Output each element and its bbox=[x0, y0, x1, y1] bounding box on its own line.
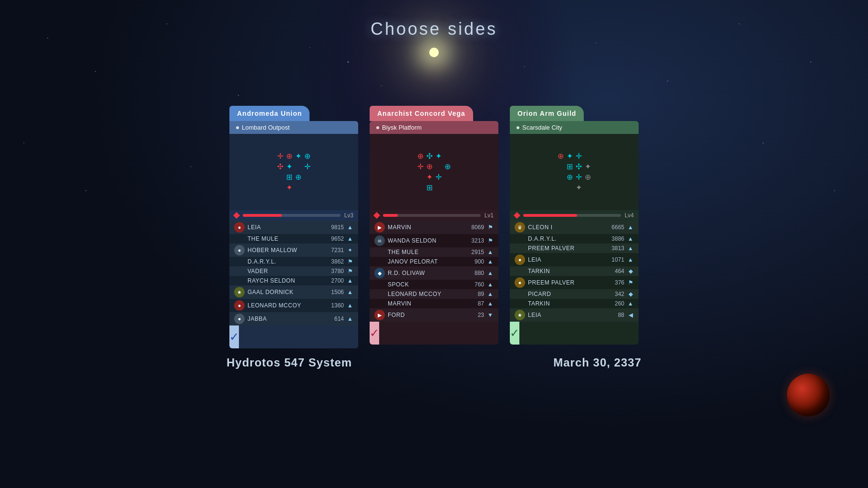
player-row: PICARD342◆ bbox=[510, 289, 639, 299]
level-track bbox=[383, 214, 481, 217]
ship-icon: · bbox=[558, 173, 564, 181]
player-row: ▶FORD23▼ bbox=[370, 308, 498, 322]
level-diamond bbox=[233, 212, 240, 219]
faction-tab-andromeda[interactable]: Andromeda Union bbox=[229, 106, 310, 121]
player-avatar: ☠ bbox=[374, 235, 385, 246]
player-score: 3813 bbox=[607, 245, 624, 252]
player-rank-icon: ◆ bbox=[627, 268, 634, 274]
ship-icon: · bbox=[417, 173, 424, 181]
ship-icon: · bbox=[417, 184, 424, 192]
player-score: 464 bbox=[607, 268, 624, 274]
player-name: LEIA bbox=[248, 224, 324, 231]
ship-icon: ✛ bbox=[576, 152, 582, 160]
player-row: D.A.R.Y.L.3886▲ bbox=[510, 234, 639, 244]
card-body-andromeda: Lombard Outpost ✛ ⊕ ✦ ⊕ ✣ ✦ · ✛ bbox=[229, 121, 358, 348]
select-button-anarchist[interactable]: ✓ bbox=[370, 322, 379, 345]
ship-icon: ✦ bbox=[286, 163, 292, 171]
player-rank-icon: ⚑ bbox=[627, 279, 634, 286]
player-score: 89 bbox=[467, 291, 484, 297]
player-name: D.A.R.Y.L. bbox=[248, 258, 324, 265]
player-rank-icon: ▲ bbox=[487, 281, 494, 288]
player-row: JANOV PELORAT900▲ bbox=[370, 257, 498, 266]
ship-icon: ✦ bbox=[576, 184, 582, 192]
player-row: ♛CLEON I6665▲ bbox=[510, 221, 639, 234]
main-content: Choose sides Andromeda Union Lombard Out… bbox=[0, 0, 868, 488]
player-rank-icon: ▲ bbox=[347, 302, 353, 309]
player-score: 2700 bbox=[327, 277, 344, 284]
player-row: THE MULE9652▲ bbox=[229, 234, 358, 244]
player-score: 3780 bbox=[327, 268, 344, 274]
player-row: ★LEIA88◀ bbox=[510, 308, 639, 322]
ship-icon: ⊕ bbox=[304, 152, 310, 160]
player-score: 376 bbox=[607, 279, 624, 286]
ships-anarchist: ⊕ ✣ ✦ · ✛ ⊕ · ⊕ · ✦ ✛ · · ⊞ · bbox=[410, 145, 458, 199]
player-row: TARKIN464◆ bbox=[510, 266, 639, 276]
system-label: Hydrotos 547 System bbox=[227, 356, 352, 369]
player-avatar: ★ bbox=[515, 310, 525, 320]
player-name: D.A.R.Y.L. bbox=[528, 235, 604, 242]
ship-icon: · bbox=[277, 173, 283, 181]
player-avatar: ● bbox=[515, 277, 525, 288]
player-rank-icon: ▲ bbox=[347, 315, 353, 322]
location-dot bbox=[236, 126, 239, 129]
ship-icon: · bbox=[277, 184, 283, 192]
ship-icon: ✦ bbox=[295, 152, 301, 160]
ship-icon: ✛ bbox=[304, 163, 310, 171]
player-score: 8069 bbox=[467, 224, 484, 231]
ship-icon: · bbox=[295, 163, 301, 171]
player-name: GAAL DORNICK bbox=[248, 289, 324, 295]
player-row: ●PREEM PALVER376⚑ bbox=[510, 276, 639, 289]
battle-area-orion: ⊕ ✦ ✛ · · ⊞ ✣ ✦ · ⊕ ✛ ⊕ · · ✦ bbox=[510, 134, 639, 210]
player-rank-icon: ▲ bbox=[347, 224, 353, 231]
ship-icon: ✛ bbox=[417, 163, 424, 171]
faction-card-anarchist[interactable]: Anarchist Concord Vega Biysk Platform ⊕ … bbox=[370, 106, 498, 345]
ship-icon: · bbox=[558, 184, 564, 192]
select-button-andromeda[interactable]: ✓ bbox=[229, 325, 239, 348]
player-score: 9815 bbox=[327, 224, 344, 231]
player-row: ●LEIA9815▲ bbox=[229, 221, 358, 234]
player-score: 2915 bbox=[467, 249, 484, 255]
player-row: ▶MARVIN8069⚑ bbox=[370, 221, 498, 234]
player-name: JANOV PELORAT bbox=[388, 258, 464, 265]
bottom-labels: Hydrotos 547 System March 30, 2337 bbox=[227, 356, 641, 369]
card-body-anarchist: Biysk Platform ⊕ ✣ ✦ · ✛ ⊕ · ⊕ · ✦ ✛ bbox=[370, 121, 498, 345]
player-name: THE MULE bbox=[248, 235, 324, 242]
player-rank-icon: ▲ bbox=[487, 249, 494, 255]
faction-tab-orion[interactable]: Orion Arm Guild bbox=[510, 106, 584, 121]
player-name: PREEM PALVER bbox=[528, 245, 604, 252]
player-row: D.A.R.Y.L.3862⚑ bbox=[229, 257, 358, 266]
player-name: FORD bbox=[388, 312, 464, 318]
player-score: 88 bbox=[607, 312, 624, 318]
ship-icon: ✦ bbox=[567, 152, 573, 160]
player-rank-icon: ⚑ bbox=[347, 268, 353, 274]
faction-tab-anarchist[interactable]: Anarchist Concord Vega bbox=[370, 106, 473, 121]
player-score: 7231 bbox=[327, 247, 344, 254]
player-rank-icon: ⚑ bbox=[487, 224, 494, 231]
ship-icon: ⊞ bbox=[426, 184, 433, 192]
player-rank-icon: ▲ bbox=[347, 235, 353, 242]
player-score: 260 bbox=[607, 300, 624, 307]
player-avatar: ● bbox=[234, 314, 245, 324]
select-button-orion[interactable]: ✓ bbox=[510, 322, 519, 345]
level-fill bbox=[243, 214, 282, 217]
faction-card-orion[interactable]: Orion Arm Guild Scarsdale City ⊕ ✦ ✛ · ·… bbox=[510, 106, 639, 345]
level-bar-anarchist: Lv1 bbox=[370, 210, 498, 221]
player-name: LEIA bbox=[528, 312, 604, 318]
player-avatar: ● bbox=[234, 222, 245, 233]
ship-icon: ⊕ bbox=[295, 173, 301, 181]
player-name: TARKIN bbox=[528, 300, 604, 307]
player-rank-icon: ◆ bbox=[627, 291, 634, 297]
player-rank-icon: ⚑ bbox=[487, 237, 494, 244]
faction-card-andromeda[interactable]: Andromeda Union Lombard Outpost ✛ ⊕ ✦ ⊕ … bbox=[229, 106, 358, 348]
level-fill bbox=[383, 214, 398, 217]
player-row: ★GAAL DORNICK1506▲ bbox=[229, 285, 358, 299]
player-score: 614 bbox=[327, 315, 344, 322]
ship-icon: ✦ bbox=[426, 173, 433, 181]
player-rank-icon: ▲ bbox=[627, 256, 634, 263]
ships-orion: ⊕ ✦ ✛ · · ⊞ ✣ ✦ · ⊕ ✛ ⊕ · · ✦ bbox=[550, 145, 599, 199]
player-name: RAYCH SELDON bbox=[248, 277, 324, 284]
player-name: VADER bbox=[248, 268, 324, 274]
player-name: PREEM PALVER bbox=[528, 279, 604, 286]
player-name: PICARD bbox=[528, 291, 604, 297]
location-bar-anarchist: Biysk Platform bbox=[370, 121, 498, 134]
